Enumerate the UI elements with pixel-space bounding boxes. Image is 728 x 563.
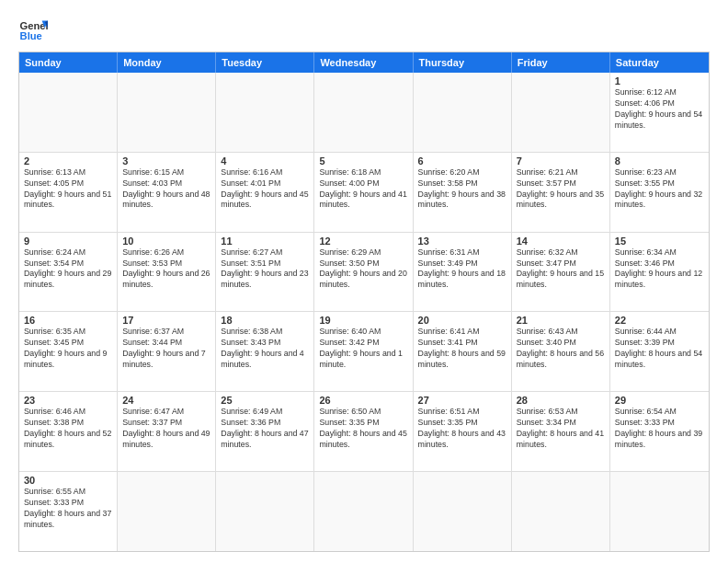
day-info: Sunrise: 6:20 AM Sunset: 3:58 PM Dayligh… [418,167,506,212]
day-number: 19 [319,315,407,326]
day-info: Sunrise: 6:24 AM Sunset: 3:54 PM Dayligh… [24,247,112,292]
day-number: 5 [319,155,407,167]
calendar-cell: 12Sunrise: 6:29 AM Sunset: 3:50 PM Dayli… [314,233,413,312]
calendar-cell: 5Sunrise: 6:18 AM Sunset: 4:00 PM Daylig… [314,153,413,232]
logo-icon: General Blue [18,15,48,44]
calendar-cell: 2Sunrise: 6:13 AM Sunset: 4:05 PM Daylig… [19,153,118,232]
calendar-header: Sunday Monday Tuesday Wednesday Thursday… [19,52,709,73]
calendar-cell [414,73,512,152]
page: General Blue Sunday Monday Tuesday Wedne… [0,0,728,563]
day-number: 17 [122,315,210,326]
calendar-cell: 30Sunrise: 6:55 AM Sunset: 3:33 PM Dayli… [19,472,118,551]
header-wednesday: Wednesday [314,52,413,73]
calendar-row-6: 30Sunrise: 6:55 AM Sunset: 3:33 PM Dayli… [19,472,709,551]
calendar-cell: 14Sunrise: 6:32 AM Sunset: 3:47 PM Dayli… [512,233,610,312]
day-info: Sunrise: 6:55 AM Sunset: 3:33 PM Dayligh… [24,487,112,531]
calendar-cell: 3Sunrise: 6:15 AM Sunset: 4:03 PM Daylig… [118,153,216,232]
calendar-cell [512,73,610,152]
day-info: Sunrise: 6:47 AM Sunset: 3:37 PM Dayligh… [122,407,210,451]
calendar-cell: 21Sunrise: 6:43 AM Sunset: 3:40 PM Dayli… [512,312,610,391]
day-info: Sunrise: 6:26 AM Sunset: 3:53 PM Dayligh… [122,247,210,292]
day-number: 9 [24,236,112,247]
day-info: Sunrise: 6:38 AM Sunset: 3:43 PM Dayligh… [221,327,309,371]
day-info: Sunrise: 6:29 AM Sunset: 3:50 PM Dayligh… [319,247,407,292]
day-number: 18 [221,315,309,326]
calendar-cell: 4Sunrise: 6:16 AM Sunset: 4:01 PM Daylig… [216,153,314,232]
calendar-cell: 26Sunrise: 6:50 AM Sunset: 3:35 PM Dayli… [314,392,413,471]
calendar-cell: 10Sunrise: 6:26 AM Sunset: 3:53 PM Dayli… [118,233,216,312]
calendar-cell: 8Sunrise: 6:23 AM Sunset: 3:55 PM Daylig… [610,153,709,232]
calendar-row-3: 9Sunrise: 6:24 AM Sunset: 3:54 PM Daylig… [19,233,709,313]
day-info: Sunrise: 6:50 AM Sunset: 3:35 PM Dayligh… [319,407,407,451]
calendar-cell [314,472,413,551]
day-info: Sunrise: 6:40 AM Sunset: 3:42 PM Dayligh… [319,327,407,371]
header-friday: Friday [512,52,610,73]
day-number: 28 [517,395,605,406]
day-number: 16 [24,315,112,326]
calendar-cell [512,472,610,551]
day-info: Sunrise: 6:27 AM Sunset: 3:51 PM Dayligh… [221,247,309,292]
day-number: 20 [418,315,506,326]
calendar-cell [19,73,118,152]
day-info: Sunrise: 6:53 AM Sunset: 3:34 PM Dayligh… [517,407,605,451]
day-number: 13 [418,236,506,247]
day-info: Sunrise: 6:51 AM Sunset: 3:35 PM Dayligh… [418,407,506,451]
calendar-cell: 7Sunrise: 6:21 AM Sunset: 3:57 PM Daylig… [512,153,610,232]
day-number: 2 [24,155,112,167]
day-info: Sunrise: 6:44 AM Sunset: 3:39 PM Dayligh… [615,327,704,371]
calendar: Sunday Monday Tuesday Wednesday Thursday… [18,52,710,552]
calendar-cell [216,472,314,551]
day-number: 12 [319,236,407,247]
calendar-cell: 11Sunrise: 6:27 AM Sunset: 3:51 PM Dayli… [216,233,314,312]
day-info: Sunrise: 6:32 AM Sunset: 3:47 PM Dayligh… [517,247,605,292]
calendar-cell [610,472,709,551]
day-info: Sunrise: 6:12 AM Sunset: 4:06 PM Dayligh… [615,87,704,132]
day-info: Sunrise: 6:43 AM Sunset: 3:40 PM Dayligh… [517,327,605,371]
day-number: 29 [615,395,704,406]
calendar-cell: 9Sunrise: 6:24 AM Sunset: 3:54 PM Daylig… [19,233,118,312]
day-info: Sunrise: 6:54 AM Sunset: 3:33 PM Dayligh… [615,407,704,451]
header-saturday: Saturday [610,52,709,73]
day-number: 10 [122,236,210,247]
calendar-row-1: 1Sunrise: 6:12 AM Sunset: 4:06 PM Daylig… [19,73,709,153]
day-info: Sunrise: 6:21 AM Sunset: 3:57 PM Dayligh… [517,167,605,212]
calendar-cell [118,73,216,152]
calendar-row-4: 16Sunrise: 6:35 AM Sunset: 3:45 PM Dayli… [19,312,709,392]
day-number: 30 [24,475,112,486]
day-number: 11 [221,236,309,247]
day-number: 1 [615,75,704,86]
day-number: 7 [517,155,605,167]
calendar-cell: 24Sunrise: 6:47 AM Sunset: 3:37 PM Dayli… [118,392,216,471]
day-info: Sunrise: 6:13 AM Sunset: 4:05 PM Dayligh… [24,167,112,212]
day-number: 21 [517,315,605,326]
calendar-cell: 13Sunrise: 6:31 AM Sunset: 3:49 PM Dayli… [414,233,512,312]
day-info: Sunrise: 6:46 AM Sunset: 3:38 PM Dayligh… [24,407,112,451]
svg-text:Blue: Blue [20,30,42,41]
calendar-cell: 28Sunrise: 6:53 AM Sunset: 3:34 PM Dayli… [512,392,610,471]
header-sunday: Sunday [19,52,118,73]
calendar-cell: 19Sunrise: 6:40 AM Sunset: 3:42 PM Dayli… [314,312,413,391]
calendar-cell: 6Sunrise: 6:20 AM Sunset: 3:58 PM Daylig… [414,153,512,232]
day-number: 25 [221,395,309,406]
day-number: 14 [517,236,605,247]
day-info: Sunrise: 6:49 AM Sunset: 3:36 PM Dayligh… [221,407,309,451]
calendar-cell: 27Sunrise: 6:51 AM Sunset: 3:35 PM Dayli… [414,392,512,471]
logo: General Blue [18,15,48,44]
header: General Blue [18,15,710,44]
header-monday: Monday [118,52,216,73]
day-number: 24 [122,395,210,406]
day-number: 3 [122,155,210,167]
day-info: Sunrise: 6:34 AM Sunset: 3:46 PM Dayligh… [615,247,704,292]
calendar-cell: 29Sunrise: 6:54 AM Sunset: 3:33 PM Dayli… [610,392,709,471]
day-number: 22 [615,315,704,326]
calendar-body: 1Sunrise: 6:12 AM Sunset: 4:06 PM Daylig… [19,73,709,551]
calendar-cell: 18Sunrise: 6:38 AM Sunset: 3:43 PM Dayli… [216,312,314,391]
day-number: 27 [418,395,506,406]
day-info: Sunrise: 6:18 AM Sunset: 4:00 PM Dayligh… [319,167,407,212]
calendar-row-5: 23Sunrise: 6:46 AM Sunset: 3:38 PM Dayli… [19,392,709,472]
header-tuesday: Tuesday [216,52,314,73]
day-info: Sunrise: 6:37 AM Sunset: 3:44 PM Dayligh… [122,327,210,371]
calendar-cell [414,472,512,551]
calendar-cell: 23Sunrise: 6:46 AM Sunset: 3:38 PM Dayli… [19,392,118,471]
calendar-row-2: 2Sunrise: 6:13 AM Sunset: 4:05 PM Daylig… [19,153,709,233]
